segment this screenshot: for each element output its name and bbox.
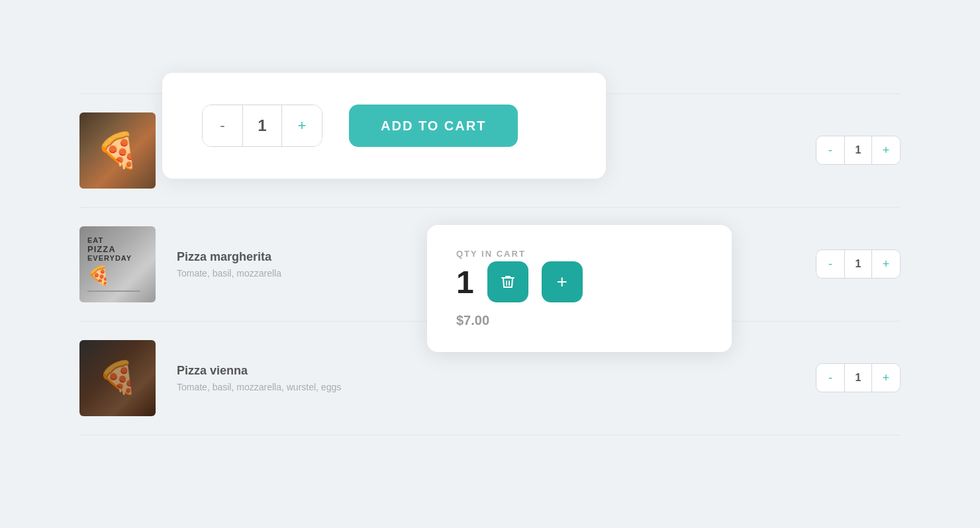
cart-qty-value: 1	[456, 267, 474, 298]
thumb-text: EAT	[87, 236, 103, 244]
qty-increase-button[interactable]: +	[282, 105, 322, 147]
product-thumbnail: EAT PIZZA EVERYDAY 🍕	[79, 226, 156, 302]
cart-qty-label: QTY IN CART	[456, 249, 703, 259]
product-name: Pizza vienna	[177, 364, 795, 378]
qty-increase-button[interactable]: +	[872, 136, 900, 164]
product-info: Pizza vienna Tomate, basil, mozzarella, …	[156, 364, 816, 392]
add-to-cart-button[interactable]: ADD TO CART	[349, 105, 518, 147]
plus-icon: +	[557, 273, 567, 291]
thumb-icon: 🍕	[87, 265, 111, 286]
qty-value: 1	[844, 136, 872, 164]
cart-qty-row: 1 +	[456, 261, 703, 302]
thumb-text: EVERYDAY	[87, 254, 132, 262]
product-thumbnail	[79, 112, 156, 189]
add-more-button[interactable]: +	[542, 261, 583, 302]
qty-decrease-button[interactable]: -	[203, 105, 242, 147]
trash-icon	[500, 274, 516, 290]
cart-price: $7.00	[456, 313, 703, 328]
qty-decrease-button[interactable]: -	[816, 250, 844, 278]
product-description: Tomate, basil, mozzarella, wurstel, eggs	[177, 382, 795, 392]
qty-value: 1	[844, 250, 872, 278]
product-thumbnail	[79, 340, 156, 416]
quantity-stepper[interactable]: - 1 +	[816, 363, 901, 392]
qty-value: 1	[242, 105, 282, 147]
qty-increase-button[interactable]: +	[872, 364, 900, 392]
arrow-icon	[87, 285, 97, 297]
qty-decrease-button[interactable]: -	[816, 364, 844, 392]
quantity-stepper[interactable]: - 1 +	[202, 105, 322, 147]
add-to-cart-card: - 1 + ADD TO CART	[162, 73, 606, 179]
remove-from-cart-button[interactable]	[487, 261, 528, 302]
thumb-divider	[87, 290, 140, 292]
quantity-stepper[interactable]: - 1 +	[816, 136, 901, 165]
qty-decrease-button[interactable]: -	[816, 136, 844, 164]
qty-value: 1	[844, 364, 872, 392]
qty-increase-button[interactable]: +	[872, 250, 900, 278]
quantity-stepper[interactable]: - 1 +	[816, 249, 901, 279]
thumb-text: PIZZA	[87, 244, 116, 254]
cart-summary-card: QTY IN CART 1 + $7.00	[427, 225, 732, 352]
